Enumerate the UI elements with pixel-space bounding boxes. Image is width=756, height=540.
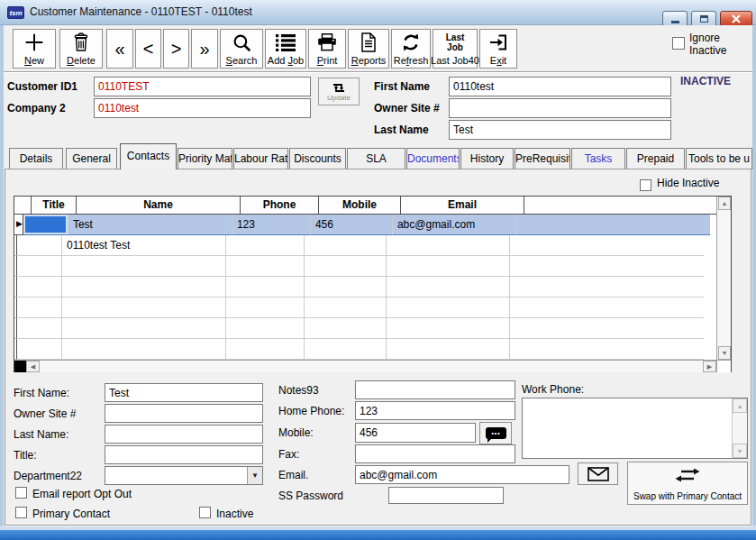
first-name-header-input[interactable] [449,77,671,96]
grid-header-name[interactable]: Name [77,197,241,215]
new-button[interactable]: New [13,29,56,69]
owner-site-header-input[interactable] [449,98,671,118]
next-record-button[interactable]: > [163,29,189,69]
grid-vertical-scrollbar[interactable]: ▲ ▼ [716,197,731,360]
cell-phone[interactable] [226,235,305,256]
grid-header-phone[interactable]: Phone [241,197,319,215]
email-input[interactable] [355,465,569,484]
cell-name[interactable]: 0110test Test [62,235,226,256]
scroll-up-icon[interactable]: ▲ [718,197,731,210]
last-record-button[interactable]: » [191,29,218,69]
tab-sla[interactable]: SLA [347,148,405,169]
grid-row-empty[interactable] [14,297,731,318]
grid-header-title[interactable]: Title [32,197,77,215]
title-label: Title: [14,449,37,462]
tab-discounts[interactable]: Discounts [289,148,346,169]
cell-name[interactable]: Test [68,215,232,235]
cell-extra[interactable] [510,235,704,256]
notes-label: Notes93 [278,384,319,397]
grid-scrollbar-corner [716,360,731,372]
first-name-input[interactable] [105,383,263,402]
company-input[interactable] [94,98,311,118]
primary-contact-label: Primary Contact [32,508,110,520]
scroll-down-icon[interactable]: ▼ [718,346,731,360]
cell-extra[interactable] [516,215,710,235]
email-opt-out-checkbox[interactable] [15,487,27,499]
grid-row[interactable]: 0110test Test [14,235,731,256]
grid-horizontal-scrollbar[interactable]: ◀ ▶ [14,360,716,372]
grid-header-email[interactable]: Email [401,197,524,215]
cell-phone[interactable]: 123 [232,215,311,235]
grid-row-empty[interactable] [14,339,731,360]
grid-row-selected[interactable]: ▶ Test 123 456 abc@gmail.com [14,215,731,235]
tab-history[interactable]: History [460,148,514,169]
send-email-button[interactable] [578,462,618,485]
owner-site-input[interactable] [105,404,263,423]
contacts-tab-panel: Hide Inactive Title Name Phone Mobile Em… [5,169,751,526]
add-job-button[interactable]: Add Job [265,29,306,69]
fax-input[interactable] [355,444,515,463]
primary-contact-checkbox[interactable] [15,507,27,518]
cell-mobile[interactable]: 456 [311,215,393,235]
trash-icon [72,30,90,55]
tab-tasks[interactable]: Tasks [571,148,625,169]
printer-icon [317,30,337,55]
delete-button[interactable]: Delete [59,29,103,69]
cell-email[interactable] [387,235,510,256]
update-button[interactable]: Update [318,78,360,105]
tab-tools[interactable]: Tools to be u [686,148,752,169]
grid-header-selector[interactable] [14,197,32,215]
department-select[interactable]: ▼ [105,466,263,485]
tab-documents[interactable]: Documents [406,148,460,169]
tab-contacts[interactable]: Contacts [120,143,177,169]
home-phone-input[interactable] [355,401,515,420]
search-button[interactable]: Search [220,29,263,69]
cell-email[interactable]: abc@gmail.com [393,215,516,235]
cell-title[interactable] [23,215,68,235]
email-opt-out-label: Email report Opt Out [32,488,132,500]
grid-row-empty[interactable] [14,318,731,339]
reports-button[interactable]: Reports [348,29,389,69]
grid-row-empty[interactable] [14,277,731,297]
tab-labour-rate[interactable]: Labour Rate [233,148,288,169]
sms-button[interactable]: ... [479,422,512,444]
last-name-header-input[interactable] [449,120,671,140]
work-phone-textarea[interactable]: ▲ ▼ [522,398,748,459]
ignore-inactive-checkbox[interactable] [672,37,685,50]
refresh-icon [401,30,421,55]
combo-arrow-icon[interactable]: ▼ [247,467,262,484]
hide-inactive-checkbox[interactable] [640,179,651,191]
scroll-up-icon[interactable]: ▲ [733,398,747,413]
title-input[interactable] [105,445,263,464]
last-job-button[interactable]: LastJob Last Job40 [433,29,478,69]
inactive-checkbox[interactable] [199,507,211,518]
tab-general[interactable]: General [66,148,117,169]
mobile-input[interactable] [355,423,476,443]
tab-priority-mat[interactable]: Priority Mat [178,148,232,169]
first-record-button[interactable]: « [106,29,133,69]
swap-primary-contact-button[interactable]: Swap with Primary Contact [627,462,748,505]
work-phone-scrollbar[interactable]: ▲ ▼ [732,398,747,458]
grid-header-extra[interactable] [524,197,718,215]
grid-header-mobile[interactable]: Mobile [319,197,401,215]
print-button[interactable]: Print [308,29,346,69]
grid-row-empty[interactable] [14,256,731,277]
previous-record-button[interactable]: < [135,29,161,69]
cell-mobile[interactable] [305,235,387,256]
cell-title[interactable] [17,235,62,256]
refresh-button[interactable]: Refresh [391,29,431,69]
tab-details[interactable]: Details [9,148,63,169]
scroll-down-icon[interactable]: ▼ [733,444,747,458]
notes-input[interactable] [355,380,515,399]
exit-button[interactable]: Exit [479,29,517,69]
window-frame-right [752,25,756,527]
ss-password-input[interactable] [388,487,504,504]
titlebar[interactable]: tsm Customer Maintenance - 0110TEST - 01… [0,0,756,25]
tab-prerequisites[interactable]: PreRequisit [515,148,570,169]
scroll-left-icon[interactable]: ◀ [26,361,40,372]
last-name-input[interactable] [105,425,263,444]
tab-prepaid[interactable]: Prepaid [626,148,685,169]
customer-id-input[interactable] [94,77,311,96]
speech-bubble-icon: ... [486,427,506,439]
scroll-right-icon[interactable]: ▶ [703,361,716,372]
